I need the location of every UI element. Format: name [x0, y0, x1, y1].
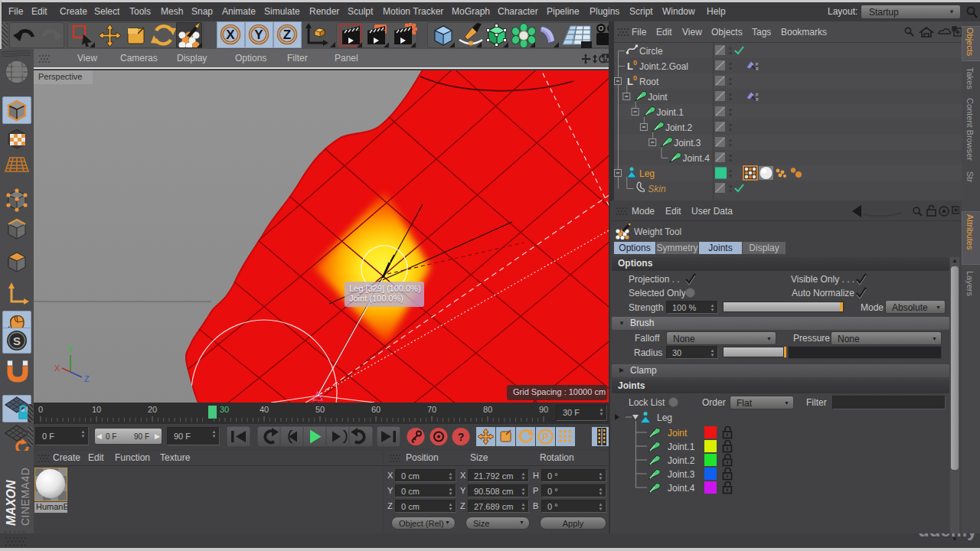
svg-text:Joint.2: Joint.2	[665, 122, 693, 133]
svg-text:Joint.2: Joint.2	[668, 455, 695, 466]
svg-text:Joint.3: Joint.3	[674, 138, 701, 148]
svg-text:Y: Y	[67, 344, 74, 354]
svg-text:X: X	[226, 28, 235, 42]
svg-text:70: 70	[427, 405, 436, 414]
svg-text:P: P	[542, 432, 548, 442]
svg-text:50: 50	[315, 405, 325, 414]
svg-text:X: X	[54, 364, 60, 373]
svg-text:Circle: Circle	[639, 46, 663, 57]
svg-text:Z: Z	[84, 374, 90, 383]
svg-text:Leg: Leg	[639, 168, 655, 179]
svg-text:10: 10	[92, 405, 101, 414]
svg-text:R: R	[756, 97, 759, 102]
svg-text:Joint.1: Joint.1	[657, 107, 684, 118]
svg-text:S: S	[13, 334, 21, 347]
svg-text:?: ?	[458, 431, 465, 443]
svg-text:CINEMA4D: CINEMA4D	[19, 468, 31, 526]
svg-text:80: 80	[483, 405, 492, 414]
svg-text:40: 40	[260, 405, 269, 414]
svg-text:60: 60	[371, 405, 381, 414]
svg-text:Joint.4: Joint.4	[668, 483, 695, 494]
svg-text:Joint: Joint	[648, 92, 668, 103]
svg-text:Skin: Skin	[648, 184, 666, 194]
svg-text:0: 0	[633, 59, 637, 67]
svg-text:L: L	[627, 60, 633, 72]
svg-text:Joint: Joint	[668, 428, 688, 439]
svg-text:20: 20	[148, 405, 157, 414]
svg-text:Joint.3: Joint.3	[668, 469, 695, 480]
svg-text:MAXON: MAXON	[5, 480, 18, 526]
svg-text:Leg: Leg	[657, 412, 672, 423]
svg-text:90: 90	[539, 405, 548, 414]
svg-text:Y: Y	[254, 28, 263, 42]
svg-text:Joint.1: Joint.1	[668, 442, 695, 452]
svg-text:L: L	[627, 76, 633, 87]
svg-text:Root: Root	[639, 77, 659, 87]
svg-text:0: 0	[633, 74, 637, 82]
svg-text:30: 30	[220, 405, 229, 414]
svg-text:0: 0	[38, 405, 43, 414]
svg-text:Joint.2.Goal: Joint.2.Goal	[639, 61, 688, 72]
svg-text:R: R	[756, 67, 759, 71]
svg-text:Joint.4: Joint.4	[683, 153, 710, 164]
svg-text:Z: Z	[283, 28, 291, 42]
